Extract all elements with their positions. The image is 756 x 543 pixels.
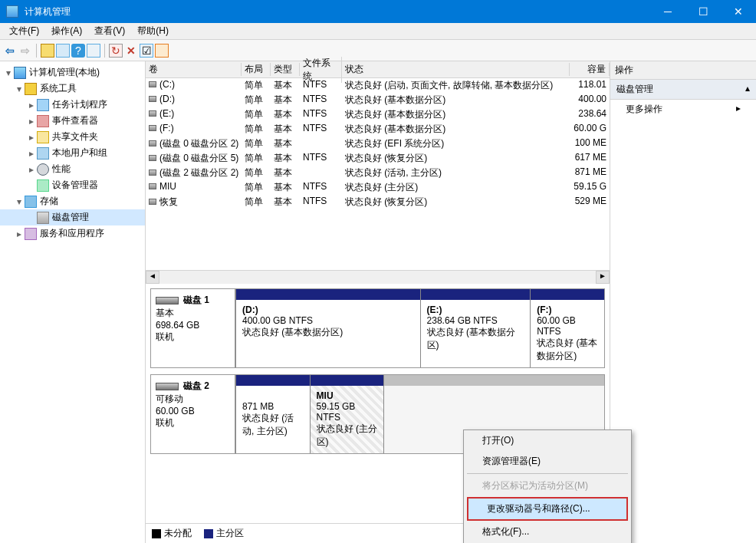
scroll-right-icon[interactable]: ► <box>596 271 610 284</box>
tree-local-users[interactable]: ▸本地用户和组 <box>0 145 145 161</box>
context-menu: 打开(O) 资源管理器(E) 将分区标记为活动分区(M) 更改驱动器号和路径(C… <box>463 429 632 543</box>
help-icon[interactable]: ? <box>71 44 85 58</box>
folder-icon <box>37 131 49 143</box>
drive-icon <box>149 96 156 102</box>
ctx-explorer[interactable]: 资源管理器(E) <box>464 451 631 472</box>
drive-icon <box>149 169 156 176</box>
refresh-icon[interactable]: ↻ <box>109 44 123 58</box>
horizontal-scrollbar[interactable]: ◄ ► <box>146 270 610 284</box>
column-status[interactable]: 状态 <box>342 63 570 76</box>
scroll-left-icon[interactable]: ◄ <box>146 271 159 284</box>
ctx-format[interactable]: 格式化(F)... <box>464 522 631 542</box>
ctx-open[interactable]: 打开(O) <box>464 430 631 451</box>
legend-unallocated: 未分配 <box>152 527 192 540</box>
volume-row[interactable]: (D:)简单基本NTFS状态良好 (基本数据分区)400.00 <box>146 93 610 107</box>
volume-row[interactable]: MIU简单基本NTFS状态良好 (主分区)59.15 G <box>146 180 610 195</box>
tree-root[interactable]: ▾计算机管理(本地) <box>0 64 145 81</box>
storage-icon <box>25 196 37 208</box>
volume-row[interactable]: (磁盘 0 磁盘分区 2)简单基本状态良好 (EFI 系统分区)100 ME <box>146 137 610 151</box>
forward-icon[interactable]: ⇨ <box>18 44 32 58</box>
tree-event-viewer[interactable]: ▸事件查看器 <box>0 113 145 129</box>
settings-icon[interactable]: ☑ <box>140 44 153 58</box>
drive-icon <box>149 199 156 205</box>
drive-icon <box>149 140 156 146</box>
app-icon <box>6 5 18 18</box>
separator-icon <box>36 44 37 58</box>
partition-miu[interactable]: MIU59.15 GB NTFS状态良好 (主分区) <box>310 375 384 453</box>
separator-icon <box>104 44 105 58</box>
disk-1-block[interactable]: 磁盘 1 基本 698.64 GB 联机 (D:)400.00 GB NTFS状… <box>150 288 605 368</box>
service-icon <box>25 228 37 240</box>
ctx-change-drive-letter[interactable]: 更改驱动器号和路径(C)... <box>468 499 626 519</box>
menu-file[interactable]: 文件(F) <box>3 23 45 39</box>
column-layout[interactable]: 布局 <box>242 63 271 76</box>
drive-icon <box>149 183 156 189</box>
tree-storage[interactable]: ▾存储 <box>0 193 145 209</box>
maximize-button[interactable]: ☐ <box>685 0 721 23</box>
view-icon[interactable] <box>56 44 70 58</box>
users-icon <box>37 147 49 160</box>
hdd-icon <box>156 297 179 304</box>
navigation-tree: ▾计算机管理(本地) ▾系统工具 ▸任务计划程序 ▸事件查看器 ▸共享文件夹 ▸… <box>0 61 146 543</box>
column-capacity[interactable]: 容量 <box>570 63 610 76</box>
drive-icon <box>149 110 156 117</box>
list-icon[interactable] <box>87 44 100 58</box>
menu-action[interactable]: 操作(A) <box>45 23 88 39</box>
partition-f[interactable]: (F:)60.00 GB NTFS状态良好 (基本数据分区) <box>530 289 604 367</box>
volume-row[interactable]: (F:)简单基本NTFS状态良好 (基本数据分区)60.00 G <box>146 122 610 137</box>
volume-list[interactable]: (C:)简单基本NTFS状态良好 (启动, 页面文件, 故障转储, 基本数据分区… <box>146 78 610 270</box>
hdd-icon <box>156 383 179 390</box>
volume-row[interactable]: (磁盘 0 磁盘分区 5)简单基本NTFS状态良好 (恢复分区)617 ME <box>146 151 610 166</box>
tree-services-apps[interactable]: ▸服务和应用程序 <box>0 225 145 242</box>
actions-more[interactable]: 更多操作▸ <box>610 100 756 119</box>
volume-row[interactable]: (磁盘 2 磁盘分区 2)简单基本状态良好 (活动, 主分区)871 ME <box>146 166 610 180</box>
volume-row[interactable]: 恢复简单基本NTFS状态良好 (恢复分区)529 ME <box>146 195 610 209</box>
disk-1-info: 磁盘 1 基本 698.64 GB 联机 <box>151 289 235 367</box>
menu-view[interactable]: 查看(V) <box>88 23 131 39</box>
event-icon <box>37 115 49 127</box>
legend-primary: 主分区 <box>204 527 244 540</box>
drive-icon <box>149 155 156 161</box>
partition-e[interactable]: (E:)238.64 GB NTFS状态良好 (基本数据分区) <box>420 289 531 367</box>
back-icon[interactable]: ⇦ <box>3 44 17 58</box>
toolbar: ⇦ ⇨ ? ↻ ✕ ☑ <box>0 40 756 61</box>
options-icon[interactable] <box>155 44 169 58</box>
volume-row[interactable]: (C:)简单基本NTFS状态良好 (启动, 页面文件, 故障转储, 基本数据分区… <box>146 78 610 93</box>
tree-disk-management[interactable]: 磁盘管理 <box>0 209 145 225</box>
disk-icon <box>37 212 49 224</box>
volume-row[interactable]: (E:)简单基本NTFS状态良好 (基本数据分区)238.64 <box>146 107 610 122</box>
column-volume[interactable]: 卷 <box>146 63 242 76</box>
partition-d[interactable]: (D:)400.00 GB NTFS状态良好 (基本数据分区) <box>235 289 420 367</box>
minimize-button[interactable]: ─ <box>650 0 685 23</box>
delete-icon[interactable]: ✕ <box>124 44 138 58</box>
disk-2-info: 磁盘 2 可移动 60.00 GB 联机 <box>151 375 235 453</box>
close-button[interactable]: ✕ <box>721 0 756 23</box>
clock-icon <box>37 99 49 111</box>
drive-icon <box>149 125 156 131</box>
actions-pane: 操作 磁盘管理▴ 更多操作▸ <box>610 61 756 543</box>
tree-task-scheduler[interactable]: ▸任务计划程序 <box>0 97 145 113</box>
submenu-icon: ▸ <box>736 103 741 116</box>
column-type[interactable]: 类型 <box>271 63 300 76</box>
performance-icon <box>37 163 49 176</box>
device-icon <box>37 179 49 192</box>
partition-disk2-1[interactable]: 871 MB状态良好 (活动, 主分区) <box>235 375 310 453</box>
properties-icon[interactable] <box>41 44 54 58</box>
ctx-mark-active: 将分区标记为活动分区(M) <box>464 476 631 496</box>
computer-icon <box>14 67 26 79</box>
tree-device-manager[interactable]: 设备管理器 <box>0 177 145 193</box>
tree-performance[interactable]: ▸性能 <box>0 161 145 177</box>
tree-system-tools[interactable]: ▾系统工具 <box>0 81 145 97</box>
drive-icon <box>149 81 156 87</box>
actions-section-diskmgmt[interactable]: 磁盘管理▴ <box>610 80 756 100</box>
tree-shared-folders[interactable]: ▸共享文件夹 <box>0 129 145 145</box>
title-bar: 计算机管理 ─ ☐ ✕ <box>0 0 756 23</box>
tools-icon <box>25 83 37 95</box>
volume-list-header: 卷 布局 类型 文件系统 状态 容量 <box>146 61 610 78</box>
actions-header: 操作 <box>610 61 756 80</box>
collapse-icon[interactable]: ▴ <box>745 83 750 96</box>
menu-help[interactable]: 帮助(H) <box>131 23 175 39</box>
menu-bar: 文件(F) 操作(A) 查看(V) 帮助(H) <box>0 23 756 40</box>
window-title: 计算机管理 <box>25 5 650 18</box>
